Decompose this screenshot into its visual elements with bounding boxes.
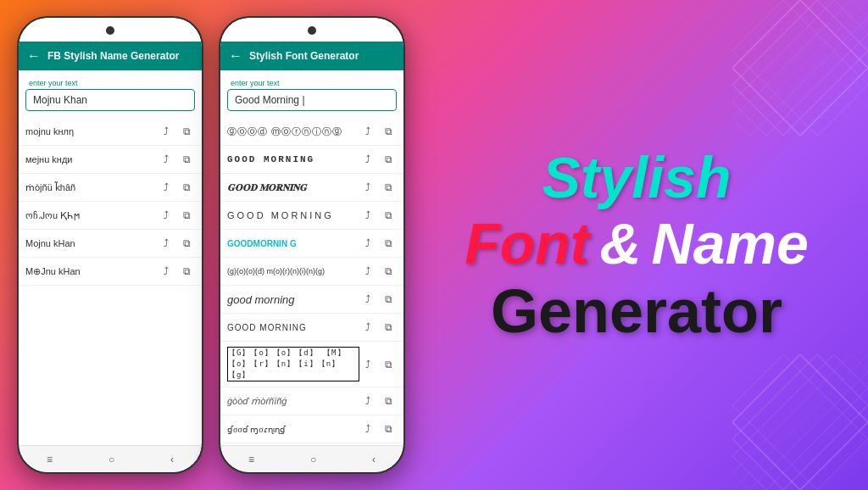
result-actions: ⤴ ⧉ xyxy=(158,263,195,280)
share-btn[interactable]: ⤴ xyxy=(359,319,376,336)
result-text: GOOD MORNING xyxy=(227,323,359,332)
result-item: ოჩ.Ꭻოu ҚҺϻ ⤴ ⧉ xyxy=(19,202,202,230)
copy-btn[interactable]: ⧉ xyxy=(178,151,195,168)
result-text: мejнu kнди xyxy=(25,154,158,164)
result-item: GOOD MORNING ⤴ ⧉ xyxy=(220,146,403,174)
result-actions: ⤴ ⧉ xyxy=(158,179,195,196)
share-btn[interactable]: ⤴ xyxy=(359,263,376,280)
result-actions: ⤴ ⧉ xyxy=(359,291,397,308)
brand-generator: Generator xyxy=(491,281,782,342)
nav-menu-btn[interactable]: ≡ xyxy=(47,454,53,465)
phone-1-camera xyxy=(106,26,114,35)
copy-btn[interactable]: ⧉ xyxy=(380,356,397,373)
branding-section: Stylish Font & Name Generator xyxy=(405,131,868,359)
copy-btn[interactable]: ⧉ xyxy=(380,207,397,224)
result-actions: ⤴ ⧉ xyxy=(158,207,195,224)
share-btn[interactable]: ⤴ xyxy=(359,151,376,168)
result-text: GOOD MORNING xyxy=(227,154,359,164)
phone-2-back-arrow[interactable]: ← xyxy=(229,48,242,64)
result-item: (g)(o)(o)(d) m(o)(r)(n)(i)(n)(g) ⤴ ⧉ xyxy=(220,258,403,286)
result-item: good morning ⤴ ⧉ xyxy=(220,286,403,314)
result-item: GOODMORNIN G ⤴ ⧉ xyxy=(220,230,403,258)
phone-2-bottom-nav: ≡ ○ ‹ xyxy=(220,445,403,472)
share-btn[interactable]: ⤴ xyxy=(158,207,175,224)
share-btn[interactable]: ⤴ xyxy=(359,393,376,409)
copy-btn[interactable]: ⧉ xyxy=(380,263,397,280)
result-text: M⊕Jnu kHan xyxy=(25,266,158,277)
result-text: ⓖⓞⓞⓓ ⓜⓞⓡⓝⓘⓝⓖ xyxy=(227,125,359,138)
nav-home-btn[interactable]: ○ xyxy=(108,454,114,465)
copy-btn[interactable]: ⧉ xyxy=(380,235,397,252)
result-text: (g)(o)(o)(d) m(o)(r)(n)(i)(n)(g) xyxy=(227,267,359,276)
result-item: мejнu kнди ⤴ ⧉ xyxy=(19,146,202,174)
copy-btn[interactable]: ⧉ xyxy=(380,319,397,336)
result-text-morning-good: good morning xyxy=(227,293,359,306)
phone-1-title: FB Stylish Name Generator xyxy=(47,50,179,62)
phone-1-results-list: mojnu kнлη ⤴ ⧉ мejнu kнди ⤴ ⧉ ṁòjñü k̃hâ… xyxy=(19,116,202,445)
result-text: ɠσσɗ ɱσɾɳιɳɠ xyxy=(227,425,359,434)
result-item: M⊕Jnu kHan ⤴ ⧉ xyxy=(19,258,202,286)
share-btn[interactable]: ⤴ xyxy=(359,207,376,224)
phone-2-title: Stylish Font Generator xyxy=(249,50,359,62)
phone-1: ← FB Stylish Name Generator enter your t… xyxy=(17,16,203,474)
nav-back-btn[interactable]: ‹ xyxy=(170,454,174,465)
share-btn[interactable]: ⤴ xyxy=(359,235,376,252)
result-actions: ⤴ ⧉ xyxy=(359,179,397,196)
phone-2: ← Stylish Font Generator enter your text… xyxy=(219,16,405,474)
share-btn[interactable]: ⤴ xyxy=(359,420,376,437)
copy-btn[interactable]: ⧉ xyxy=(380,179,397,196)
result-actions: ⤴ ⧉ xyxy=(359,207,397,224)
phone-1-back-arrow[interactable]: ← xyxy=(27,48,41,64)
copy-btn[interactable]: ⧉ xyxy=(380,291,397,308)
result-actions: ⤴ ⧉ xyxy=(359,319,397,336)
result-actions: ⤴ ⧉ xyxy=(359,263,397,280)
result-actions: ⤴ ⧉ xyxy=(359,393,397,409)
phone-2-results-list: ⓖⓞⓞⓓ ⓜⓞⓡⓝⓘⓝⓖ ⤴ ⧉ GOOD MORNING ⤴ ⧉ 𝐆𝐎𝐎𝐃 𝐌… xyxy=(220,116,403,445)
copy-btn[interactable]: ⧉ xyxy=(380,393,397,409)
copy-btn[interactable]: ⧉ xyxy=(380,420,397,437)
share-btn[interactable]: ⤴ xyxy=(359,123,376,140)
brand-font: Font xyxy=(465,214,589,272)
phone-2-screen: ← Stylish Font Generator enter your text… xyxy=(220,18,403,472)
copy-btn[interactable]: ⧉ xyxy=(380,151,397,168)
result-item: Mojnu kHan ⤴ ⧉ xyxy=(19,230,202,258)
copy-btn[interactable]: ⧉ xyxy=(178,263,195,280)
share-btn[interactable]: ⤴ xyxy=(359,356,376,373)
phone-2-text-input[interactable] xyxy=(227,89,397,111)
phone-2-input-label: enter your text xyxy=(227,79,397,87)
result-item: GOOD MORNING ⤴ ⧉ xyxy=(220,314,403,342)
nav-home-btn[interactable]: ○ xyxy=(310,454,316,465)
phone-1-screen: ← FB Stylish Name Generator enter your t… xyxy=(19,18,202,472)
phone-1-text-input[interactable] xyxy=(25,89,195,111)
nav-back-btn[interactable]: ‹ xyxy=(372,454,376,465)
phones-container: ← FB Stylish Name Generator enter your t… xyxy=(17,0,405,490)
share-btn[interactable]: ⤴ xyxy=(158,123,175,140)
copy-btn[interactable]: ⧉ xyxy=(178,123,195,140)
share-btn[interactable]: ⤴ xyxy=(158,263,175,280)
brand-name: Name xyxy=(652,214,809,272)
nav-menu-btn[interactable]: ≡ xyxy=(248,454,254,465)
branding-line2: Font & Name xyxy=(465,214,809,272)
share-btn[interactable]: ⤴ xyxy=(158,151,175,168)
result-actions: ⤴ ⧉ xyxy=(359,356,397,373)
phone-2-input-area: enter your text xyxy=(220,70,403,116)
result-actions: ⤴ ⧉ xyxy=(359,151,397,168)
share-btn[interactable]: ⤴ xyxy=(359,179,376,196)
result-item: mojnu kнлη ⤴ ⧉ xyxy=(19,118,202,146)
copy-btn[interactable]: ⧉ xyxy=(178,207,195,224)
result-text: ṁòjñü k̃hâñ xyxy=(25,182,158,193)
result-text: ġòòď ṁòŕñïñġ xyxy=(227,396,359,407)
copy-btn[interactable]: ⧉ xyxy=(178,179,195,196)
result-actions: ⤴ ⧉ xyxy=(158,123,195,140)
share-btn[interactable]: ⤴ xyxy=(158,179,175,196)
copy-btn[interactable]: ⧉ xyxy=(380,123,397,140)
result-text: GOOD MORNING xyxy=(227,210,359,220)
phone-1-input-label: enter your text xyxy=(25,79,195,87)
copy-btn[interactable]: ⧉ xyxy=(178,235,195,252)
branding-line1: Stylish xyxy=(542,148,732,206)
phone-1-bottom-nav: ≡ ○ ‹ xyxy=(19,445,202,472)
share-btn[interactable]: ⤴ xyxy=(359,291,376,308)
phone-2-camera xyxy=(308,26,316,35)
result-item: ṁòjñü k̃hâñ ⤴ ⧉ xyxy=(19,174,202,202)
share-btn[interactable]: ⤴ xyxy=(158,235,175,252)
